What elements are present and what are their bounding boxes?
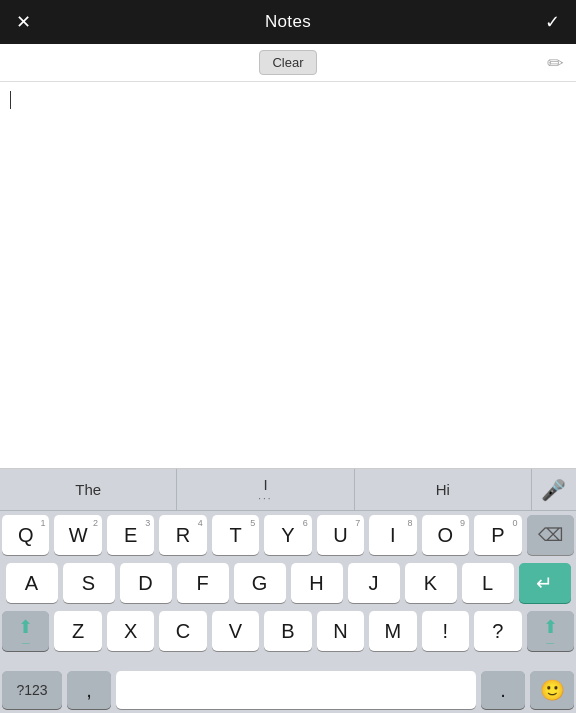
microphone-icon[interactable]: 🎤 [532,469,576,510]
key-l[interactable]: L [462,563,514,603]
key-o[interactable]: 9O [422,515,469,555]
autocomplete-word-the: The [75,481,101,498]
key-r[interactable]: 4R [159,515,206,555]
autocomplete-item-the[interactable]: The [0,469,177,510]
key-p[interactable]: 0P [474,515,521,555]
key-question[interactable]: ? [474,611,521,651]
key-row-1: 1Q 2W 3E 4R 5T 6Y 7U 8I 9O 0P ⌫ [2,515,574,555]
bottom-row: ?123 , . 🙂 [0,671,576,713]
autocomplete-word-hi: Hi [436,481,450,498]
key-i[interactable]: 8I [369,515,416,555]
key-a[interactable]: A [6,563,58,603]
key-row-2: A S D F G H J K L ↵ [2,563,574,603]
key-t[interactable]: 5T [212,515,259,555]
autocomplete-bar: The I ··· Hi 🎤 [0,469,576,511]
key-v[interactable]: V [212,611,259,651]
key-w[interactable]: 2W [54,515,101,555]
shift-button-left[interactable]: ⬆ — [2,611,49,651]
key-j[interactable]: J [348,563,400,603]
key-f[interactable]: F [177,563,229,603]
pencil-icon[interactable]: ✏ [547,51,564,75]
num-switch-button[interactable]: ?123 [2,671,62,709]
header: ✕ Notes ✓ [0,0,576,44]
key-q[interactable]: 1Q [2,515,49,555]
emoji-button[interactable]: 🙂 [530,671,574,709]
key-y[interactable]: 6Y [264,515,311,555]
key-s[interactable]: S [63,563,115,603]
key-g[interactable]: G [234,563,286,603]
autocomplete-item-hi[interactable]: Hi [355,469,532,510]
key-e[interactable]: 3E [107,515,154,555]
autocomplete-word-i: I [263,476,267,493]
autocomplete-item-i[interactable]: I ··· [177,469,354,510]
key-row-3: ⬆ — Z X C V B N M ! ? ⬆ — [2,611,574,651]
key-n[interactable]: N [317,611,364,651]
key-m[interactable]: M [369,611,416,651]
notes-area[interactable] [0,82,576,469]
autocomplete-dots-i: ··· [258,493,272,504]
confirm-button[interactable]: ✓ [541,7,564,37]
backspace-button[interactable]: ⌫ [527,515,574,555]
header-title: Notes [265,12,311,32]
shift-button-right[interactable]: ⬆ — [527,611,574,651]
key-k[interactable]: K [405,563,457,603]
key-rows: 1Q 2W 3E 4R 5T 6Y 7U 8I 9O 0P ⌫ A S D F … [0,511,576,671]
key-exclamation[interactable]: ! [422,611,469,651]
key-comma[interactable]: , [67,671,111,709]
key-b[interactable]: B [264,611,311,651]
keyboard: The I ··· Hi 🎤 1Q 2W 3E 4R 5T 6Y 7U 8I 9… [0,469,576,713]
key-period[interactable]: . [481,671,525,709]
space-button[interactable] [116,671,476,709]
enter-button[interactable]: ↵ [519,563,571,603]
key-u[interactable]: 7U [317,515,364,555]
key-z[interactable]: Z [54,611,101,651]
key-x[interactable]: X [107,611,154,651]
key-c[interactable]: C [159,611,206,651]
clear-button[interactable]: Clear [259,50,316,75]
close-button[interactable]: ✕ [12,7,35,37]
key-d[interactable]: D [120,563,172,603]
text-cursor [10,91,11,109]
key-h[interactable]: H [291,563,343,603]
toolbar: Clear ✏ [0,44,576,82]
